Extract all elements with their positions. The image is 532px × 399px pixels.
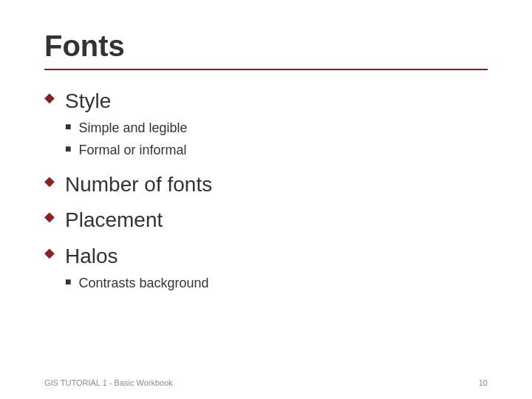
bullet-content-halos: Halos ■ Contrasts background	[65, 243, 209, 296]
bullet-item-placement: ◆ Placement	[44, 207, 488, 233]
sub-bullet-item-contrasts: ■ Contrasts background	[65, 274, 209, 293]
sub-bullet-item-simple: ■ Simple and legible	[65, 119, 188, 137]
bullet-item-number: ◆ Number of fonts	[44, 171, 488, 198]
footer-page-number: 10	[479, 378, 488, 387]
bullet-diamond-style: ◆	[44, 89, 55, 106]
sub-bullet-text-formal: Formal or informal	[78, 141, 186, 160]
sub-bullet-text-contrasts: Contrasts background	[78, 274, 208, 293]
bullet-text-halos: Halos	[65, 245, 118, 267]
bullet-content-style: Style ■ Simple and legible ■ Formal or i…	[65, 88, 188, 163]
sub-bullet-item-formal: ■ Formal or informal	[65, 141, 188, 160]
sub-bullet-list-style: ■ Simple and legible ■ Formal or informa…	[65, 119, 188, 159]
sub-bullet-text-simple: Simple and legible	[78, 119, 187, 137]
title-divider	[44, 69, 488, 70]
slide-title: Fonts	[44, 30, 488, 63]
bullet-list: ◆ Style ■ Simple and legible ■ Formal or…	[44, 88, 488, 296]
sub-bullet-marker-simple: ■	[65, 120, 71, 132]
bullet-item-style: ◆ Style ■ Simple and legible ■ Formal or…	[44, 88, 488, 163]
bullet-text-style: Style	[65, 89, 111, 112]
footer: GIS TUTORIAL 1 - Basic Workbook 10	[0, 378, 532, 387]
bullet-diamond-halos: ◆	[44, 245, 55, 261]
footer-left-text: GIS TUTORIAL 1 - Basic Workbook	[44, 378, 173, 387]
bullet-text-placement: Placement	[65, 207, 163, 233]
sub-bullet-marker-contrasts: ■	[65, 276, 71, 287]
bullet-diamond-number: ◆	[44, 173, 55, 189]
bullet-diamond-placement: ◆	[44, 208, 55, 225]
sub-bullet-marker-formal: ■	[65, 143, 71, 154]
slide: Fonts ◆ Style ■ Simple and legible ■ For…	[0, 0, 532, 399]
bullet-text-number: Number of fonts	[65, 171, 212, 198]
bullet-item-halos: ◆ Halos ■ Contrasts background	[44, 243, 488, 296]
sub-bullet-list-halos: ■ Contrasts background	[65, 274, 209, 293]
